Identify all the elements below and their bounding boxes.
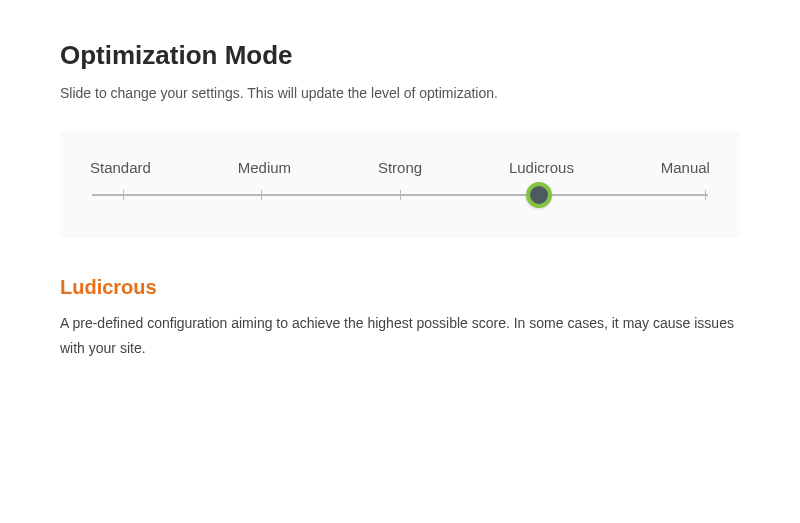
slider-handle[interactable]	[526, 182, 552, 208]
slider-tick-manual	[705, 190, 706, 200]
slider-tick-strong	[400, 190, 401, 200]
slider-option-standard[interactable]: Standard	[90, 159, 151, 176]
slider-tick-medium	[261, 190, 262, 200]
selected-mode-title: Ludicrous	[60, 276, 740, 299]
slider-option-manual[interactable]: Manual	[661, 159, 710, 176]
slider-option-strong[interactable]: Strong	[378, 159, 422, 176]
slider-labels-row: Standard Medium Strong Ludicrous Manual	[90, 159, 710, 176]
slider-option-medium[interactable]: Medium	[238, 159, 291, 176]
slider-track[interactable]	[92, 194, 708, 196]
slider-option-ludicrous[interactable]: Ludicrous	[509, 159, 574, 176]
page-subtitle: Slide to change your settings. This will…	[60, 85, 740, 101]
selected-mode-description: A pre-defined configuration aiming to ac…	[60, 311, 740, 361]
slider-tick-standard	[123, 190, 124, 200]
page-title: Optimization Mode	[60, 40, 740, 71]
optimization-slider-panel: Standard Medium Strong Ludicrous Manual	[60, 131, 740, 238]
